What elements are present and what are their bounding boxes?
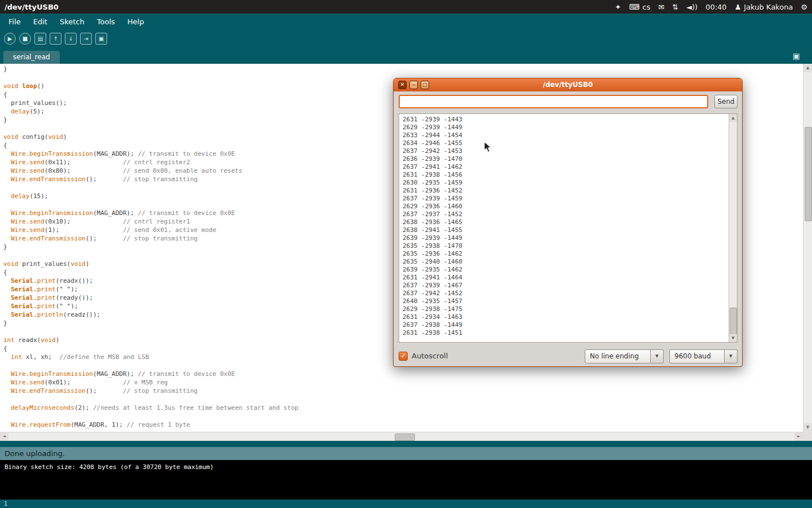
serial-data-line: 2631 -2934 -1463 [403, 313, 725, 321]
code-line: { [3, 90, 298, 99]
serial-scroll-thumb[interactable] [730, 308, 737, 337]
code-line: int readx(void) [3, 336, 298, 344]
menu-tools[interactable]: Tools [91, 15, 121, 29]
new-sketch-button[interactable]: ▤ [34, 33, 46, 45]
clock[interactable]: 00:40 [705, 3, 726, 11]
serial-output: 2631 -2939 -14432629 -2939 -14492633 -29… [399, 114, 729, 342]
horizontal-scroll-thumb[interactable] [395, 433, 415, 441]
serial-data-line: 2634 -2946 -1455 [403, 139, 725, 147]
dropbox-icon[interactable]: ✦ [615, 3, 621, 11]
menu-bar: FileEditSketchToolsHelp [0, 14, 812, 29]
code-line: void print_values(void) [3, 260, 298, 268]
code-line [3, 73, 298, 82]
keyboard-layout-label: cs [642, 3, 650, 11]
autoscroll-checkbox[interactable]: ✓ [399, 352, 408, 361]
menu-help[interactable]: Help [121, 15, 151, 29]
code-line: { [3, 268, 298, 277]
code-line: delayMicroseconds(2); //needs at least 1… [3, 404, 298, 412]
code-line: Wire.requestFrom(MAG_ADDR, 1); // reques… [3, 421, 298, 429]
tab-serial-read[interactable]: serial_read [3, 51, 60, 64]
serial-send-input[interactable] [399, 95, 708, 108]
scroll-up-arrow-icon[interactable]: ▲ [804, 64, 812, 72]
serial-data-line: 2636 -2939 -1470 [403, 155, 725, 163]
serial-data-line: 2633 -2944 -1454 [403, 132, 725, 139]
editor-horizontal-scrollbar[interactable]: ◄ ► [0, 432, 803, 441]
serial-data-line: 2631 -2938 -1456 [403, 171, 725, 179]
code-line: Wire.beginTransmission(MAG_ADDR); // tra… [3, 150, 298, 158]
serial-data-line: 2637 -2938 -1449 [403, 321, 725, 329]
serial-data-line: 2629 -2938 -1475 [403, 305, 725, 313]
verify-button[interactable]: ▶ [4, 33, 16, 45]
serial-data-line: 2635 -2940 -1460 [403, 258, 725, 266]
scrollbar-corner [803, 432, 812, 441]
code-line: int xl, xh; //define the MSB and LSB [3, 353, 298, 361]
code-line: Wire.send(0x10); // cntrl register1 [3, 217, 298, 226]
serial-monitor-window: ✕ − □ /dev/ttyUSB0 Send 2631 -2939 -1443… [393, 78, 743, 367]
user-icon: ♟ [735, 3, 742, 11]
baud-dropdown-icon[interactable]: ▼ [725, 349, 738, 364]
mail-icon[interactable]: ✉ [658, 3, 664, 11]
network-icon[interactable]: ⇅ [672, 3, 678, 11]
stop-button[interactable]: ■ [19, 33, 31, 45]
maximize-icon[interactable]: □ [421, 81, 429, 89]
scroll-right-arrow-icon[interactable]: ► [795, 432, 803, 441]
serial-data-line: 2639 -2939 -1449 [403, 234, 725, 242]
serial-monitor-titlebar[interactable]: ✕ − □ /dev/ttyUSB0 [394, 78, 742, 91]
baud-rate-value: 9600 baud [669, 349, 725, 364]
serial-scrollbar[interactable]: ▲ ▼ [729, 114, 737, 342]
serial-monitor-title: /dev/ttyUSB0 [394, 78, 742, 91]
code-line: delay(5); [3, 107, 298, 116]
upload-button[interactable]: ⇥ [80, 33, 92, 45]
vertical-scroll-thumb[interactable] [805, 127, 812, 221]
code-line: Wire.send(1); // send 0x01, active mode [3, 226, 298, 234]
open-sketch-button[interactable]: ↑ [50, 33, 61, 45]
menu-sketch[interactable]: Sketch [54, 15, 91, 29]
code-line: Wire.beginTransmission(MAG_ADDR); // tra… [3, 209, 298, 217]
serial-data-line: 2631 -2936 -1452 [403, 187, 725, 195]
code-line [3, 183, 298, 192]
menu-edit[interactable]: Edit [27, 15, 54, 29]
code-line [3, 200, 298, 209]
code-line: } [3, 319, 298, 327]
serial-data-line: 2635 -2938 -1470 [403, 242, 725, 250]
status-bar: Done uploading. [0, 447, 812, 460]
serial-data-line: 2640 -2935 -1457 [403, 297, 725, 305]
editor-vertical-scrollbar[interactable]: ▲ ▼ [803, 64, 812, 432]
serial-scroll-up-icon[interactable]: ▲ [729, 114, 737, 122]
code-line: Serial.print(" "); [3, 302, 298, 310]
line-ending-dropdown-icon[interactable]: ▼ [651, 349, 664, 364]
serial-data-line: 2635 -2936 -1462 [403, 250, 725, 258]
keyboard-icon: ⌨ [629, 3, 640, 11]
serial-output-area: 2631 -2939 -14432629 -2939 -14492633 -29… [399, 113, 738, 343]
keyboard-indicator[interactable]: ⌨ cs [629, 3, 651, 11]
code-line: Wire.send(0x11); // cntrl register2 [3, 158, 298, 167]
status-message: Done uploading. [5, 449, 65, 458]
send-button[interactable]: Send [714, 95, 738, 108]
menu-file[interactable]: File [2, 15, 27, 29]
serial-monitor-button[interactable]: ▣ [95, 33, 107, 45]
system-tray: ✦ ⌨ cs ✉ ⇅ ◄)) 00:40 ♟ Jakub Kakona ⚙ [615, 3, 807, 11]
serial-data-line: 2639 -2935 -1462 [403, 266, 725, 274]
save-sketch-button[interactable]: ↓ [65, 33, 77, 45]
serial-data-line: 2630 -2935 -1459 [403, 179, 725, 187]
scroll-left-arrow-icon[interactable]: ◄ [0, 432, 8, 441]
serial-scroll-down-icon[interactable]: ▼ [729, 334, 737, 342]
code-line: Serial.print(ready()); [3, 294, 298, 302]
session-gear-icon[interactable]: ⚙ [801, 3, 807, 11]
code-line: void config(void) [3, 133, 298, 141]
code-line [3, 327, 298, 336]
volume-icon[interactable]: ◄)) [686, 3, 698, 11]
close-icon[interactable]: ✕ [398, 81, 407, 89]
line-ending-value: No line ending [585, 349, 651, 364]
baud-rate-select[interactable]: 9600 baud ▼ [669, 349, 738, 364]
minimize-icon[interactable]: − [409, 81, 418, 89]
user-menu[interactable]: ♟ Jakub Kakona [735, 3, 793, 11]
serial-data-line: 2638 -2941 -1455 [403, 226, 725, 234]
line-ending-select[interactable]: No line ending ▼ [585, 349, 664, 364]
tab-menu-button[interactable]: ▣ [791, 50, 802, 62]
code-line [3, 361, 298, 370]
code-line: void loop() [3, 82, 298, 90]
code-area: } void loop(){ print_values(); delay(5);… [3, 65, 298, 429]
code-line: Wire.send(0x80); // send 0x80, enable au… [3, 167, 298, 175]
scroll-down-arrow-icon[interactable]: ▼ [804, 423, 812, 432]
